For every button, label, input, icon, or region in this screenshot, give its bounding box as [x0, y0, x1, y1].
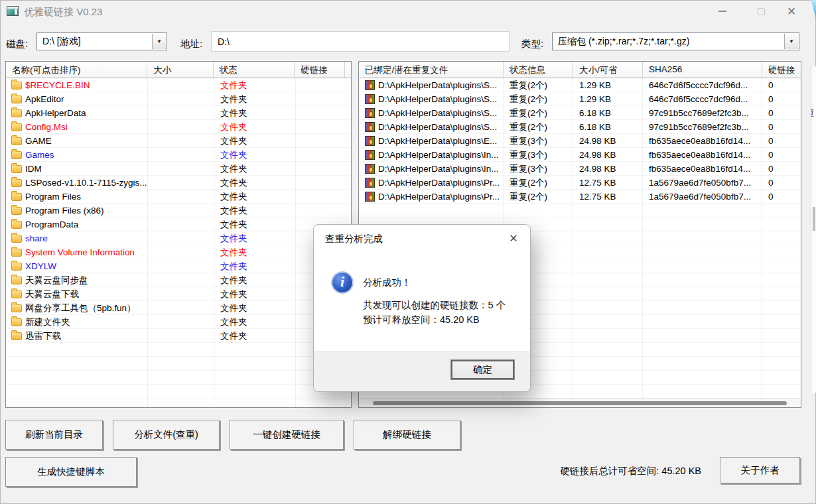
- folder-name-cell[interactable]: Games: [6, 148, 148, 162]
- folder-name-cell[interactable]: ApkHelperData: [6, 106, 148, 120]
- duplicate-file-cell[interactable]: D:\ApkHelperData\plugins\Pr...: [359, 176, 504, 190]
- create-hardlinks-button[interactable]: 一键创建硬链接: [230, 420, 344, 450]
- folder-row[interactable]: ProgramData 文件夹: [6, 218, 351, 231]
- duplicate-row[interactable]: D:\ApkHelperData\plugins\In... 重复(3个) 24…: [359, 162, 801, 176]
- header-file[interactable]: 已绑定/潜在重复文件: [359, 62, 504, 78]
- duplicate-file-cell[interactable]: D:\ApkHelperData\plugins\S...: [359, 106, 504, 120]
- folder-row[interactable]: ApkHelperData 文件夹: [6, 106, 351, 120]
- folder-status-cell: 文件夹: [214, 259, 296, 273]
- archive-file-icon: [365, 108, 375, 118]
- duplicate-row[interactable]: D:\ApkHelperData\plugins\S... 重复(2个) 1.2…: [359, 92, 801, 106]
- duplicate-list-header: 已绑定/潜在重复文件 状态信息 大小/可省 SHA256 硬链接: [359, 62, 801, 78]
- scrollbar-thumb[interactable]: [373, 401, 787, 405]
- ok-button[interactable]: 确定: [450, 359, 515, 380]
- duplicate-hardlink-cell: 0: [762, 176, 801, 190]
- folder-icon: [11, 165, 22, 173]
- refresh-directory-button[interactable]: 刷新当前目录: [5, 420, 103, 450]
- folder-status-cell: 文件夹: [214, 287, 296, 301]
- chevron-down-icon[interactable]: ▼: [784, 34, 798, 49]
- header-statusinfo[interactable]: 状态信息: [504, 62, 573, 78]
- duplicate-file-cell[interactable]: D:\ApkHelperData\plugins\E...: [359, 134, 504, 148]
- duplicate-file-cell[interactable]: D:\ApkHelperData\plugins\S...: [359, 92, 504, 106]
- folder-hardlink-cell: [296, 190, 346, 204]
- folder-row[interactable]: Games 文件夹: [6, 148, 351, 162]
- chevron-down-icon[interactable]: ▼: [152, 34, 166, 49]
- duplicate-file-cell[interactable]: D:\ApkHelperData\plugins\Pr...: [359, 190, 504, 204]
- folder-name-cell[interactable]: IDM: [6, 162, 148, 176]
- folder-name-cell[interactable]: 网盘分享工具包（5pb.fun）: [6, 301, 148, 315]
- duplicate-row[interactable]: D:\ApkHelperData\plugins\S... 重复(2个) 1.2…: [359, 78, 801, 92]
- duplicate-row[interactable]: D:\ApkHelperData\plugins\S... 重复(2个) 6.1…: [359, 106, 801, 120]
- duplicate-row[interactable]: D:\ApkHelperData\plugins\Pr... 重复(2个) 12…: [359, 190, 801, 204]
- folder-row[interactable]: Program Files 文件夹: [6, 190, 351, 204]
- folder-name-cell[interactable]: 天翼云盘下载: [6, 287, 148, 301]
- maximize-button[interactable]: [746, 0, 776, 23]
- duplicate-status-cell: 重复(3个): [504, 162, 573, 176]
- folder-hardlink-cell: [296, 106, 346, 120]
- duplicate-file-cell[interactable]: D:\ApkHelperData\plugins\S...: [359, 78, 504, 92]
- folder-row[interactable]: 迅雷下载 文件夹: [6, 329, 351, 343]
- folder-name-cell[interactable]: ApkEditor: [6, 92, 148, 106]
- analysis-complete-dialog: 查重分析完成 ✕ i 分析成功！ 共发现可以创建的硬链接数：5 个 预计可释放空…: [313, 224, 531, 392]
- folder-row[interactable]: $RECYCLE.BIN 文件夹: [6, 78, 351, 92]
- header-hardlink[interactable]: 硬链接: [295, 62, 345, 78]
- folder-name-cell[interactable]: LSPosed-v1.10.1-7115-zygis...: [6, 176, 148, 190]
- close-button[interactable]: ✕: [776, 0, 807, 23]
- folder-row[interactable]: 网盘分享工具包（5pb.fun） 文件夹: [6, 301, 351, 315]
- folder-name-cell[interactable]: share: [6, 231, 148, 245]
- type-combobox[interactable]: 压缩包 (*.zip;*.rar;*.7z;*.tar;*.gz) ▼: [552, 32, 799, 50]
- folder-name-cell[interactable]: $RECYCLE.BIN: [6, 78, 148, 92]
- folder-name: Program Files: [25, 190, 81, 204]
- folder-name-cell[interactable]: GAME: [6, 134, 148, 148]
- folder-name-cell[interactable]: ProgramData: [6, 218, 148, 231]
- horizontal-scrollbar[interactable]: [359, 398, 801, 407]
- folder-name-cell[interactable]: System Volume Information: [6, 245, 148, 259]
- disk-combobox[interactable]: D:\ [游戏] ▼: [36, 32, 167, 50]
- address-input[interactable]: [211, 31, 510, 52]
- header-size[interactable]: 大小: [147, 62, 214, 78]
- folder-name-cell[interactable]: Program Files (x86): [6, 204, 148, 218]
- header-hardlink[interactable]: 硬链接: [762, 62, 801, 78]
- generate-script-button[interactable]: 生成快捷键脚本: [5, 457, 137, 487]
- duplicate-row[interactable]: D:\ApkHelperData\plugins\In... 重复(3个) 24…: [359, 148, 801, 162]
- folder-status-cell: 文件夹: [214, 148, 296, 162]
- duplicate-row[interactable]: D:\ApkHelperData\plugins\E... 重复(3个) 24.…: [359, 134, 801, 148]
- duplicate-row[interactable]: D:\ApkHelperData\plugins\S... 重复(2个) 6.1…: [359, 120, 801, 134]
- folder-row[interactable]: 天翼云盘下载 文件夹: [6, 287, 351, 301]
- duplicate-row[interactable]: D:\ApkHelperData\plugins\Pr... 重复(2个) 12…: [359, 176, 801, 190]
- about-author-button[interactable]: 关于作者: [720, 457, 800, 483]
- folder-row[interactable]: 新建文件夹 文件夹: [6, 315, 351, 329]
- duplicate-hardlink-cell: 0: [762, 162, 801, 176]
- folder-row[interactable]: LSPosed-v1.10.1-7115-zygis... 文件夹: [6, 176, 351, 190]
- folder-row[interactable]: GAME 文件夹: [6, 134, 351, 148]
- header-size-savable[interactable]: 大小/可省: [573, 62, 643, 78]
- folder-row[interactable]: Config.Msi 文件夹: [6, 120, 351, 134]
- folder-row[interactable]: 天翼云盘同步盘 文件夹: [6, 273, 351, 287]
- duplicate-file-cell[interactable]: D:\ApkHelperData\plugins\In...: [359, 148, 504, 162]
- header-status[interactable]: 状态: [214, 62, 295, 78]
- folder-row[interactable]: share 文件夹: [6, 231, 351, 245]
- header-sha256[interactable]: SHA256: [643, 62, 762, 78]
- folder-status-cell: 文件夹: [214, 329, 296, 343]
- folder-name-cell[interactable]: 天翼云盘同步盘: [6, 273, 148, 287]
- folder-row[interactable]: Program Files (x86) 文件夹: [6, 204, 351, 218]
- duplicate-file-cell[interactable]: D:\ApkHelperData\plugins\In...: [359, 162, 504, 176]
- folder-list-body: $RECYCLE.BIN 文件夹 ApkEditor 文件夹 ApkHelper…: [6, 78, 351, 407]
- unbind-hardlinks-button[interactable]: 解绑硬链接: [354, 420, 460, 450]
- folder-row[interactable]: System Volume Information 文件夹: [6, 245, 351, 259]
- folder-row[interactable]: ApkEditor 文件夹: [6, 92, 351, 106]
- header-name[interactable]: 名称(可点击排序): [6, 62, 147, 78]
- folder-name-cell[interactable]: 新建文件夹: [6, 315, 148, 329]
- folder-row[interactable]: IDM 文件夹: [6, 162, 351, 176]
- folder-name-cell[interactable]: 迅雷下载: [6, 329, 148, 343]
- folder-size-cell: [148, 148, 214, 162]
- folder-name-cell[interactable]: Config.Msi: [6, 120, 148, 134]
- folder-row[interactable]: XDYLW 文件夹: [6, 259, 351, 273]
- folder-name-cell[interactable]: XDYLW: [6, 259, 148, 273]
- analyze-files-button[interactable]: 分析文件(查重): [113, 420, 220, 450]
- duplicate-size-cell: 24.98 KB: [573, 148, 643, 162]
- dialog-close-button[interactable]: ✕: [504, 229, 523, 247]
- minimize-button[interactable]: [707, 0, 738, 23]
- duplicate-file-cell[interactable]: D:\ApkHelperData\plugins\S...: [359, 120, 504, 134]
- folder-name-cell[interactable]: Program Files: [6, 190, 148, 204]
